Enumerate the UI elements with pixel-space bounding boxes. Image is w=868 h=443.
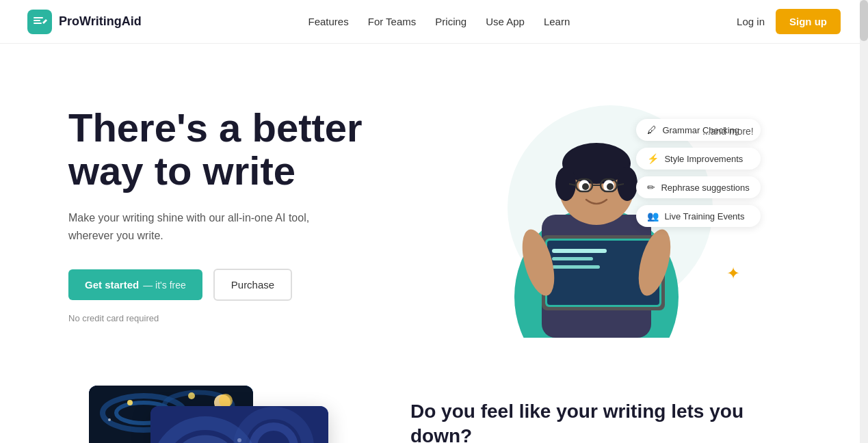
svg-point-30 <box>127 400 133 405</box>
svg-point-12 <box>607 183 614 190</box>
lower-section: My idea in my head Do you feel like your… <box>0 372 868 443</box>
nav-use-app[interactable]: Use App <box>486 16 525 27</box>
feature-pill-training: 👥 Live Training Events <box>636 205 760 227</box>
signup-button[interactable]: Sign up <box>776 9 841 34</box>
hero-illustration: ...and more! 🖊 Grammar Checking ⚡ Style … <box>473 92 761 338</box>
svg-rect-22 <box>552 257 593 260</box>
nav-actions: Log in Sign up <box>737 9 841 34</box>
hero-section: There's a better way to write Make your … <box>0 44 868 372</box>
nav-learn[interactable]: Learn <box>544 16 570 27</box>
nav-for-teams[interactable]: For Teams <box>368 16 417 27</box>
grammar-icon: 🖊 <box>647 124 657 135</box>
scrollbar[interactable] <box>860 0 868 443</box>
hero-right: ...and more! 🖊 Grammar Checking ⚡ Style … <box>434 85 800 345</box>
svg-point-11 <box>582 183 589 190</box>
abstract-card: My idea in my head <box>150 406 328 443</box>
get-started-button[interactable]: Get started — it's free <box>68 269 202 300</box>
hero-title: There's a better way to write <box>68 106 434 193</box>
navbar: ProWritingAid Features For Teams Pricing… <box>0 0 868 44</box>
logo-icon <box>27 10 52 34</box>
hero-subtitle: Make your writing shine with our all-in-… <box>68 209 328 244</box>
logo[interactable]: ProWritingAid <box>27 10 142 34</box>
svg-point-33 <box>108 418 111 421</box>
hero-note: No credit card required <box>68 313 434 323</box>
svg-rect-0 <box>34 17 43 18</box>
feature-pill-rephrase: ✏ Rephrase suggestions <box>636 176 760 198</box>
svg-point-40 <box>219 394 233 407</box>
hero-cta: Get started — it's free Purchase <box>68 269 434 301</box>
svg-rect-21 <box>552 249 607 253</box>
nav-links: Features For Teams Pricing Use App Learn <box>308 16 570 28</box>
lower-heading: Do you feel like your writing lets you d… <box>410 399 800 443</box>
rephrase-icon: ✏ <box>647 182 655 193</box>
nav-pricing[interactable]: Pricing <box>435 16 466 27</box>
svg-point-31 <box>188 392 195 399</box>
scrollbar-thumb[interactable] <box>860 0 868 41</box>
training-icon: 👥 <box>647 211 659 222</box>
purchase-button[interactable]: Purchase <box>213 269 292 301</box>
lower-images: My idea in my head <box>68 386 356 443</box>
brand-name: ProWritingAid <box>59 14 142 29</box>
feature-pills: ...and more! 🖊 Grammar Checking ⚡ Style … <box>636 119 760 227</box>
svg-rect-2 <box>34 23 42 24</box>
lower-text: Do you feel like your writing lets you d… <box>410 386 800 443</box>
svg-rect-1 <box>34 20 40 21</box>
feature-pill-style: ⚡ Style Improvements <box>636 148 760 170</box>
svg-point-7 <box>555 167 576 201</box>
svg-point-48 <box>237 438 241 442</box>
login-button[interactable]: Log in <box>737 16 765 27</box>
more-label: ...and more! <box>702 126 754 137</box>
svg-rect-23 <box>552 265 600 269</box>
sparkle-icon: ✦ <box>726 264 740 283</box>
svg-point-8 <box>617 167 637 201</box>
nav-features[interactable]: Features <box>308 16 349 27</box>
hero-left: There's a better way to write Make your … <box>68 106 434 324</box>
style-icon: ⚡ <box>647 153 659 164</box>
